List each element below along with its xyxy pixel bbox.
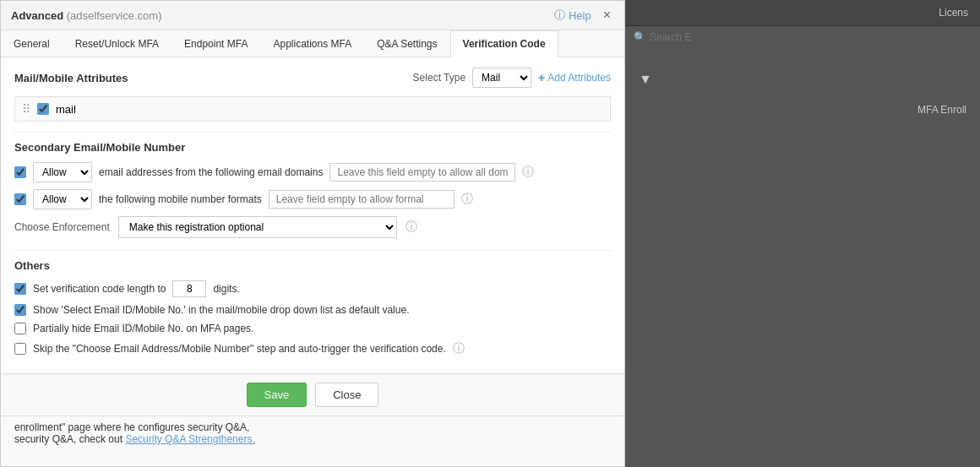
select-email-default-text: Show 'Select Email ID/Mobile No.' in the… (33, 304, 409, 316)
mobile-allow-checkbox[interactable] (14, 193, 26, 205)
select-email-default-checkbox[interactable] (14, 304, 26, 316)
mail-section-title: Mail/Mobile Attributes (14, 72, 128, 84)
mobile-format-text: the following mobile number formats (99, 193, 262, 205)
verification-length-input[interactable] (172, 280, 206, 297)
mail-checkbox[interactable] (37, 103, 49, 115)
partially-hide-row: Partially hide Email ID/Mobile No. on MF… (14, 323, 611, 334)
email-domain-input[interactable] (329, 163, 515, 182)
mail-attribute-value: mail (56, 103, 76, 116)
help-icon: ⓘ (554, 8, 565, 23)
select-type-label: Select Type (413, 72, 466, 84)
right-panel: Licens 🔍 ▼ MFA Enroll If the user has mu… (625, 0, 980, 467)
email-domain-row: Allow Block email addresses from the fol… (14, 162, 611, 182)
partially-hide-text: Partially hide Email ID/Mobile No. on MF… (33, 323, 253, 334)
email-allow-dropdown[interactable]: Allow Block (33, 162, 92, 182)
mobile-format-help-icon[interactable]: ⓘ (461, 192, 473, 207)
skip-choose-help-icon[interactable]: ⓘ (453, 341, 465, 356)
skip-choose-text: Skip the "Choose Email Address/Mobile Nu… (33, 343, 446, 355)
enforcement-help-icon[interactable]: ⓘ (406, 220, 417, 235)
tab-bar: General Reset/Unlock MFA Endpoint MFA Ap… (1, 30, 624, 57)
verification-length-checkbox[interactable] (14, 283, 26, 295)
mobile-format-row: Allow Block the following mobile number … (14, 189, 611, 209)
tab-endpoint-mfa[interactable]: Endpoint MFA (172, 30, 260, 57)
right-content: ▼ MFA Enroll (625, 48, 980, 467)
verification-length-row: Set verification code length to digits. (14, 280, 611, 297)
tab-qa-settings[interactable]: Q&A Settings (364, 30, 449, 57)
dropdown-arrow-icon: ▼ (639, 72, 652, 87)
dialog-header-right: ⓘ Help × (554, 8, 614, 23)
partially-hide-checkbox[interactable] (14, 323, 26, 334)
license-text: Licens (939, 7, 968, 19)
advanced-dialog: Advanced (adselfservice.com) ⓘ Help × Ge… (0, 0, 625, 467)
email-allow-checkbox[interactable] (14, 166, 26, 178)
help-link[interactable]: ⓘ Help (554, 8, 591, 23)
enforcement-dropdown[interactable]: Make this registration optional Make thi… (118, 216, 397, 238)
search-input[interactable] (650, 31, 972, 43)
mobile-allow-dropdown[interactable]: Allow Block (33, 189, 92, 209)
select-type-dropdown[interactable]: Mail Mobile (472, 68, 531, 88)
tab-general[interactable]: General (1, 30, 63, 57)
skip-choose-checkbox[interactable] (14, 343, 26, 355)
enforcement-row: Choose Enforcement Make this registratio… (14, 216, 611, 238)
enforcement-label: Choose Enforcement (14, 221, 110, 233)
tab-verification-code[interactable]: Verification Code (450, 30, 558, 57)
search-row: 🔍 (625, 26, 980, 48)
email-domain-text: email addresses from the following email… (99, 166, 323, 178)
search-icon: 🔍 (634, 31, 646, 43)
attribute-row: ⠿ mail (14, 96, 611, 122)
dialog-header: Advanced (adselfservice.com) ⓘ Help × (1, 1, 624, 30)
secondary-section-title: Secondary Email/Mobile Number (14, 132, 611, 154)
mail-section-header: Mail/Mobile Attributes Select Type Mail … (14, 68, 611, 88)
select-type-row: Select Type Mail Mobile Add Attributes (413, 68, 611, 88)
save-button[interactable]: Save (247, 383, 308, 407)
select-email-default-row: Show 'Select Email ID/Mobile No.' in the… (14, 304, 611, 316)
close-button[interactable]: × (600, 8, 614, 23)
others-section-title: Others (14, 250, 611, 272)
tab-applications-mfa[interactable]: Applications MFA (260, 30, 364, 57)
right-top-bar: Licens (625, 0, 980, 26)
dialog-footer: Save Close (1, 373, 624, 415)
skip-choose-row: Skip the "Choose Email Address/Mobile Nu… (14, 341, 611, 356)
verification-length-prefix: Set verification code length to (33, 283, 166, 295)
email-domain-help-icon[interactable]: ⓘ (522, 165, 534, 180)
mfa-enroll-text: MFA Enroll (917, 104, 966, 116)
drag-handle-icon[interactable]: ⠿ (22, 102, 30, 116)
verification-length-suffix: digits. (213, 283, 239, 295)
dialog-title: Advanced (adselfservice.com) (11, 9, 161, 22)
tab-reset-unlock-mfa[interactable]: Reset/Unlock MFA (63, 30, 172, 57)
bottom-scroll-text: enrollment" page where he configures sec… (1, 415, 624, 466)
add-attributes-button[interactable]: Add Attributes (538, 71, 611, 84)
dialog-body: Mail/Mobile Attributes Select Type Mail … (1, 57, 624, 373)
close-footer-button[interactable]: Close (315, 383, 378, 407)
mobile-format-input[interactable] (269, 190, 455, 209)
qa-link[interactable]: Security Q&A Strengtheners. (125, 433, 254, 445)
